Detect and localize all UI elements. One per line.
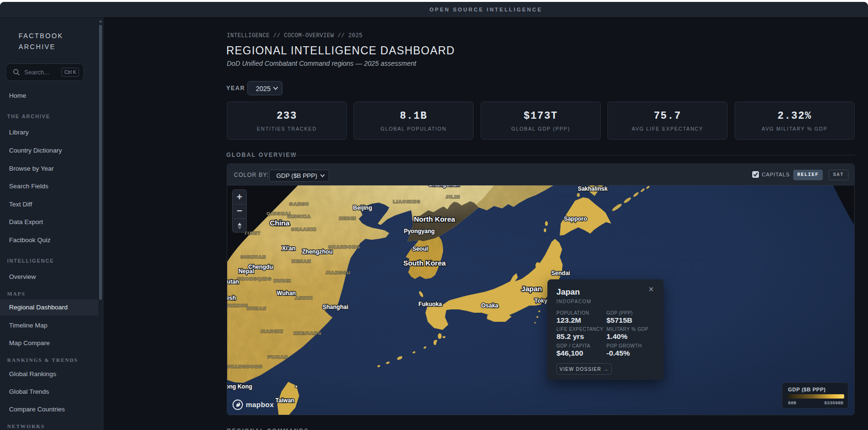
svg-text:GANSU: GANSU bbox=[289, 201, 309, 206]
svg-text:China: China bbox=[270, 219, 290, 227]
svg-text:SHAANXI: SHAANXI bbox=[291, 226, 316, 232]
svg-text:Shanghai: Shanghai bbox=[323, 304, 348, 310]
svg-text:LIAONING: LIAONING bbox=[393, 199, 421, 204]
svg-text:HENAN: HENAN bbox=[292, 258, 311, 264]
svg-text:North Korea: North Korea bbox=[414, 215, 455, 223]
svg-text:Taiwan: Taiwan bbox=[275, 397, 294, 404]
svg-text:HUBEI: HUBEI bbox=[273, 278, 291, 283]
svg-text:esh: esh bbox=[227, 295, 236, 301]
svg-text:Japan: Japan bbox=[521, 285, 542, 293]
svg-text:JILIN: JILIN bbox=[446, 194, 461, 199]
svg-text:TIBET: TIBET bbox=[244, 230, 261, 235]
svg-text:Changchun: Changchun bbox=[428, 185, 460, 188]
svg-text:Fukuoka: Fukuoka bbox=[418, 301, 442, 307]
svg-text:GUANGDONG: GUANGDONG bbox=[227, 364, 263, 369]
svg-text:SHANDONG: SHANDONG bbox=[328, 244, 360, 249]
svg-text:Sakhalinsk: Sakhalinsk bbox=[578, 185, 608, 192]
svg-text:CHONGQING: CHONGQING bbox=[237, 276, 272, 281]
svg-text:Sapporo: Sapporo bbox=[564, 215, 587, 222]
svg-text:GUIZHOU: GUIZHOU bbox=[227, 303, 248, 308]
svg-text:Zhengzhou: Zhengzhou bbox=[302, 248, 333, 255]
svg-text:HEBEI: HEBEI bbox=[339, 215, 357, 221]
svg-text:NINGXIA: NINGXIA bbox=[287, 214, 311, 219]
svg-text:Bhutan: Bhutan bbox=[227, 278, 239, 285]
svg-text:Osaka: Osaka bbox=[481, 302, 498, 309]
svg-text:JIANGXI: JIANGXI bbox=[261, 328, 284, 334]
svg-text:ZHEJIANG: ZHEJIANG bbox=[293, 330, 322, 336]
svg-text:FUJIAN: FUJIAN bbox=[267, 354, 288, 359]
svg-text:ANHUI: ANHUI bbox=[295, 295, 313, 300]
svg-text:Wuhan: Wuhan bbox=[277, 290, 296, 297]
svg-text:South Korea: South Korea bbox=[403, 259, 446, 267]
svg-text:JIANGSU: JIANGSU bbox=[326, 270, 351, 275]
svg-text:Seoul: Seoul bbox=[413, 246, 428, 252]
svg-text:SICHUAN: SICHUAN bbox=[241, 254, 266, 259]
svg-text:Beijing: Beijing bbox=[353, 205, 372, 211]
svg-text:Hong Kong: Hong Kong bbox=[227, 383, 252, 390]
svg-text:Nepal: Nepal bbox=[239, 268, 254, 275]
svg-text:Sendai: Sendai bbox=[551, 270, 570, 276]
svg-text:Pyongyang: Pyongyang bbox=[404, 228, 435, 235]
svg-text:HUNAN: HUNAN bbox=[247, 306, 267, 311]
svg-text:Xi'an: Xi'an bbox=[282, 245, 295, 252]
